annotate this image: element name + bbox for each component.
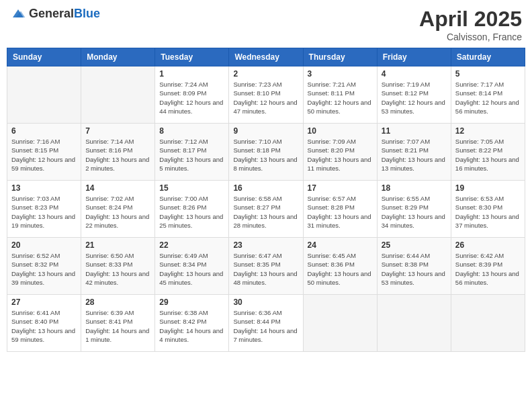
logo-blue: Blue [74, 7, 100, 20]
day-header-monday: Monday [81, 48, 155, 66]
day-cell: 12Sunrise: 7:05 AMSunset: 8:22 PMDayligh… [451, 124, 525, 181]
day-info: Sunrise: 7:19 AMSunset: 8:12 PMDaylight:… [382, 80, 447, 116]
day-number: 24 [308, 240, 373, 250]
day-number: 23 [233, 240, 298, 250]
day-cell: 23Sunrise: 6:47 AMSunset: 8:35 PMDayligh… [229, 238, 303, 295]
day-cell: 1Sunrise: 7:24 AMSunset: 8:09 PMDaylight… [155, 66, 229, 124]
day-cell: 17Sunrise: 6:57 AMSunset: 8:28 PMDayligh… [303, 181, 377, 238]
day-cell: 14Sunrise: 7:02 AMSunset: 8:24 PMDayligh… [81, 181, 155, 238]
day-cell: 10Sunrise: 7:09 AMSunset: 8:20 PMDayligh… [303, 124, 377, 181]
day-info: Sunrise: 7:00 AMSunset: 8:26 PMDaylight:… [159, 194, 224, 230]
month-title: April 2025 [419, 7, 522, 32]
day-cell: 21Sunrise: 6:50 AMSunset: 8:33 PMDayligh… [81, 238, 155, 295]
day-number: 3 [308, 69, 373, 79]
logo-text: GeneralBlue [29, 7, 100, 20]
day-cell: 11Sunrise: 7:07 AMSunset: 8:21 PMDayligh… [377, 124, 451, 181]
day-number: 10 [308, 126, 373, 136]
day-info: Sunrise: 6:53 AMSunset: 8:30 PMDaylight:… [455, 194, 521, 230]
logo-general: General [29, 7, 74, 20]
logo: GeneralBlue [10, 7, 100, 20]
day-number: 16 [233, 183, 298, 193]
day-number: 6 [11, 126, 77, 136]
day-info: Sunrise: 6:42 AMSunset: 8:39 PMDaylight:… [455, 251, 521, 287]
day-info: Sunrise: 6:57 AMSunset: 8:28 PMDaylight:… [308, 194, 373, 230]
day-info: Sunrise: 7:02 AMSunset: 8:24 PMDaylight:… [85, 194, 150, 230]
logo-icon [10, 7, 26, 20]
day-cell: 15Sunrise: 7:00 AMSunset: 8:26 PMDayligh… [155, 181, 229, 238]
day-cell: 6Sunrise: 7:16 AMSunset: 8:15 PMDaylight… [7, 124, 81, 181]
day-cell: 27Sunrise: 6:41 AMSunset: 8:40 PMDayligh… [7, 295, 81, 352]
day-info: Sunrise: 6:47 AMSunset: 8:35 PMDaylight:… [233, 251, 298, 287]
day-cell: 13Sunrise: 7:03 AMSunset: 8:23 PMDayligh… [7, 181, 81, 238]
day-cell [451, 295, 525, 352]
day-info: Sunrise: 6:52 AMSunset: 8:32 PMDaylight:… [11, 251, 77, 287]
day-cell: 8Sunrise: 7:12 AMSunset: 8:17 PMDaylight… [155, 124, 229, 181]
day-number: 29 [159, 298, 224, 307]
week-row-3: 13Sunrise: 7:03 AMSunset: 8:23 PMDayligh… [7, 181, 525, 238]
day-cell: 24Sunrise: 6:45 AMSunset: 8:36 PMDayligh… [303, 238, 377, 295]
day-number: 15 [159, 183, 224, 193]
day-number: 18 [382, 183, 447, 193]
day-number: 14 [85, 183, 150, 193]
day-number: 21 [85, 240, 150, 250]
day-info: Sunrise: 6:44 AMSunset: 8:38 PMDaylight:… [382, 251, 447, 287]
day-header-thursday: Thursday [303, 48, 377, 66]
title-area: April 2025 Calvisson, France [419, 7, 522, 42]
day-number: 17 [308, 183, 373, 193]
day-cell: 16Sunrise: 6:58 AMSunset: 8:27 PMDayligh… [229, 181, 303, 238]
day-cell [303, 295, 377, 352]
week-row-1: 1Sunrise: 7:24 AMSunset: 8:09 PMDaylight… [7, 66, 525, 124]
day-number: 11 [382, 126, 447, 136]
day-number: 22 [159, 240, 224, 250]
day-cell [81, 66, 155, 124]
day-info: Sunrise: 7:14 AMSunset: 8:16 PMDaylight:… [85, 137, 150, 173]
page-header: GeneralBlue April 2025 Calvisson, France [7, 7, 525, 42]
day-number: 1 [159, 69, 224, 79]
day-cell: 2Sunrise: 7:23 AMSunset: 8:10 PMDaylight… [229, 66, 303, 124]
day-info: Sunrise: 7:03 AMSunset: 8:23 PMDaylight:… [11, 194, 77, 230]
day-info: Sunrise: 6:49 AMSunset: 8:34 PMDaylight:… [159, 251, 224, 287]
week-row-4: 20Sunrise: 6:52 AMSunset: 8:32 PMDayligh… [7, 238, 525, 295]
day-info: Sunrise: 6:41 AMSunset: 8:40 PMDaylight:… [11, 308, 77, 344]
day-cell: 19Sunrise: 6:53 AMSunset: 8:30 PMDayligh… [451, 181, 525, 238]
day-number: 26 [455, 240, 521, 250]
day-cell: 4Sunrise: 7:19 AMSunset: 8:12 PMDaylight… [377, 66, 451, 124]
day-info: Sunrise: 7:12 AMSunset: 8:17 PMDaylight:… [159, 137, 224, 173]
day-cell: 5Sunrise: 7:17 AMSunset: 8:14 PMDaylight… [451, 66, 525, 124]
day-info: Sunrise: 7:16 AMSunset: 8:15 PMDaylight:… [11, 137, 77, 173]
day-cell: 3Sunrise: 7:21 AMSunset: 8:11 PMDaylight… [303, 66, 377, 124]
day-info: Sunrise: 6:45 AMSunset: 8:36 PMDaylight:… [308, 251, 373, 287]
day-cell: 20Sunrise: 6:52 AMSunset: 8:32 PMDayligh… [7, 238, 81, 295]
day-info: Sunrise: 7:17 AMSunset: 8:14 PMDaylight:… [455, 80, 521, 116]
day-cell [7, 66, 81, 124]
day-info: Sunrise: 6:50 AMSunset: 8:33 PMDaylight:… [85, 251, 150, 287]
day-cell: 30Sunrise: 6:36 AMSunset: 8:44 PMDayligh… [229, 295, 303, 352]
day-number: 9 [233, 126, 298, 136]
day-number: 28 [85, 298, 150, 307]
day-header-wednesday: Wednesday [229, 48, 303, 66]
day-cell: 28Sunrise: 6:39 AMSunset: 8:41 PMDayligh… [81, 295, 155, 352]
day-header-saturday: Saturday [451, 48, 525, 66]
day-number: 12 [455, 126, 521, 136]
day-cell: 26Sunrise: 6:42 AMSunset: 8:39 PMDayligh… [451, 238, 525, 295]
day-number: 5 [455, 69, 521, 79]
day-info: Sunrise: 7:05 AMSunset: 8:22 PMDaylight:… [455, 137, 521, 173]
day-cell: 29Sunrise: 6:38 AMSunset: 8:42 PMDayligh… [155, 295, 229, 352]
location: Calvisson, France [419, 32, 522, 42]
day-info: Sunrise: 6:55 AMSunset: 8:29 PMDaylight:… [382, 194, 447, 230]
day-number: 30 [233, 298, 298, 307]
day-info: Sunrise: 7:23 AMSunset: 8:10 PMDaylight:… [233, 80, 298, 116]
day-info: Sunrise: 7:07 AMSunset: 8:21 PMDaylight:… [382, 137, 447, 173]
day-number: 7 [85, 126, 150, 136]
header-row: SundayMondayTuesdayWednesdayThursdayFrid… [7, 48, 525, 66]
day-info: Sunrise: 6:38 AMSunset: 8:42 PMDaylight:… [159, 308, 224, 344]
day-info: Sunrise: 7:10 AMSunset: 8:18 PMDaylight:… [233, 137, 298, 173]
calendar: SundayMondayTuesdayWednesdayThursdayFrid… [7, 48, 525, 352]
day-number: 2 [233, 69, 298, 79]
day-cell: 7Sunrise: 7:14 AMSunset: 8:16 PMDaylight… [81, 124, 155, 181]
week-row-2: 6Sunrise: 7:16 AMSunset: 8:15 PMDaylight… [7, 124, 525, 181]
day-cell: 9Sunrise: 7:10 AMSunset: 8:18 PMDaylight… [229, 124, 303, 181]
day-number: 19 [455, 183, 521, 193]
day-header-friday: Friday [377, 48, 451, 66]
day-info: Sunrise: 7:21 AMSunset: 8:11 PMDaylight:… [308, 80, 373, 116]
